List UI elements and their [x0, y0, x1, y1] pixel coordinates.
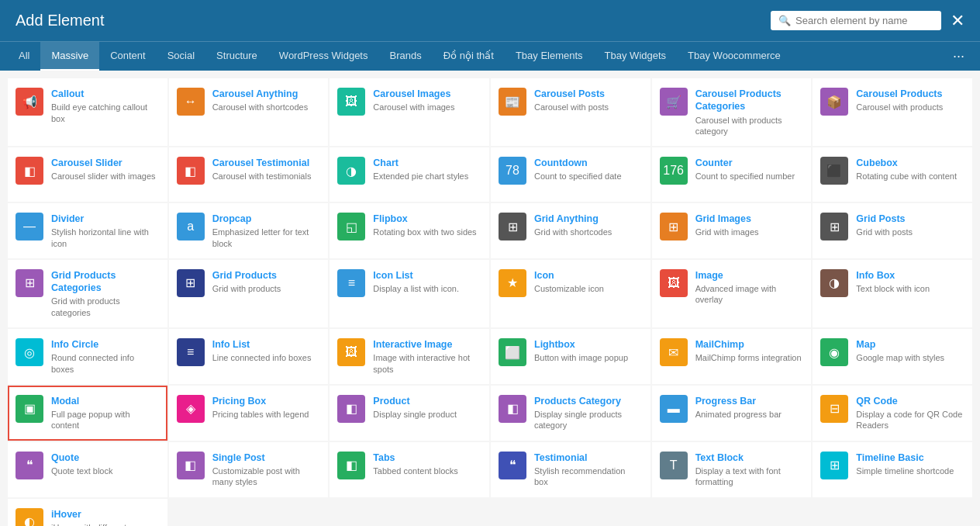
element-icon: ◧ [337, 452, 365, 479]
element-icon: 📢 [16, 88, 43, 116]
element-card-info-box[interactable]: ◑Info BoxText block with icon [813, 260, 972, 327]
modal-overlay: Add Element 🔍 ✕ All Massive Content Soci… [0, 0, 980, 526]
element-card-qr-code[interactable]: ⊟QR CodeDisplay a code for QR Code Reade… [813, 386, 972, 441]
element-card-callout[interactable]: 📢CalloutBuild eye catching callout box [8, 78, 167, 146]
element-desc: Stylish recommendation box [534, 465, 641, 488]
tab-tbay-elements[interactable]: Tbay Elements [505, 42, 594, 71]
element-info: Carousel ProductsCarousel with products [856, 88, 963, 113]
element-card-modal[interactable]: ▣ModalFull page popup with content [8, 386, 167, 441]
tab-content[interactable]: Content [99, 42, 157, 71]
element-name: Text Block [695, 452, 802, 464]
close-button[interactable]: ✕ [951, 12, 964, 29]
element-desc: Rotating box with two sides [373, 227, 480, 237]
element-card-grid-images[interactable]: ⊞Grid ImagesGrid with images [652, 203, 812, 258]
element-desc: iHover with different animations [51, 522, 158, 526]
element-info: IconCustomizable icon [534, 269, 641, 295]
element-info: Products CategoryDisplay single products… [534, 395, 641, 431]
element-icon: ❝ [499, 452, 526, 479]
element-card-info-circle[interactable]: ◎Info CircleRound connected info boxes [8, 329, 167, 384]
element-card-carousel-posts[interactable]: 📰Carousel PostsCarousel with posts [491, 78, 650, 146]
element-desc: Image with interactive hot spots [373, 352, 480, 375]
element-card-image[interactable]: 🖼ImageAdvanced image with overlay [652, 260, 812, 327]
element-card-carousel-slider[interactable]: ◧Carousel SliderCarousel slider with ima… [8, 147, 167, 202]
element-name: Chart [373, 157, 480, 169]
element-desc: Grid with posts [856, 227, 963, 237]
element-info: Carousel TestimonialCarousel with testim… [212, 157, 319, 182]
element-desc: Tabbed content blocks [373, 465, 480, 476]
element-name: Testimonial [534, 452, 641, 464]
content-area[interactable]: 📢CalloutBuild eye catching callout box↔C… [0, 71, 980, 526]
element-icon: 🖼 [337, 338, 365, 366]
element-info: Info ListLine connected info boxes [212, 338, 319, 364]
element-card-dropcap[interactable]: aDropcapEmphasized letter for text block [169, 203, 329, 258]
element-info: CalloutBuild eye catching callout box [51, 88, 158, 124]
element-info: CubeboxRotating cube with content [856, 157, 963, 182]
tab-tbay-woocommerce[interactable]: Tbay Woocommerce [677, 42, 792, 71]
element-card-countdown[interactable]: 78CountdownCount to specified date [491, 147, 650, 202]
element-card-product[interactable]: ◧ProductDisplay single product [330, 386, 489, 441]
element-card-cubebox[interactable]: ⬛CubeboxRotating cube with content [813, 147, 972, 202]
element-desc: Count to specified date [534, 171, 641, 182]
element-card-info-list[interactable]: ≡Info ListLine connected info boxes [169, 329, 329, 384]
element-card-grid-products[interactable]: ⊞Grid ProductsGrid with products [169, 260, 329, 327]
element-desc: Grid with shortcodes [534, 227, 641, 237]
element-name: Modal [51, 395, 158, 407]
tabs-bar: All Massive Content Social Structure Wor… [0, 41, 980, 71]
element-info: Carousel PostsCarousel with posts [534, 88, 641, 113]
element-card-pricing-box[interactable]: ◈Pricing BoxPricing tables with legend [169, 386, 329, 441]
element-card-carousel-anything[interactable]: ↔Carousel AnythingCarousel with shortcod… [169, 78, 329, 146]
element-card-carousel-images[interactable]: 🖼Carousel ImagesCarousel with images [330, 78, 489, 146]
search-icon: 🔍 [778, 15, 791, 26]
tab-social[interactable]: Social [157, 42, 205, 71]
element-info: Info CircleRound connected info boxes [51, 338, 158, 375]
element-name: Divider [51, 213, 158, 225]
tab-more[interactable]: ··· [945, 42, 972, 71]
tab-wp-widgets[interactable]: WordPress Widgets [268, 42, 379, 71]
element-info: Single PostCustomizable post with many s… [212, 452, 319, 488]
element-card-mailchimp[interactable]: ✉MailChimpMailChimp forms integration [652, 329, 812, 384]
element-card-products-category[interactable]: ◧Products CategoryDisplay single product… [491, 386, 650, 441]
element-desc: Simple timeline shortcode [856, 465, 963, 476]
search-box[interactable]: 🔍 [771, 11, 941, 30]
element-card-testimonial[interactable]: ❝TestimonialStylish recommendation box [491, 442, 650, 497]
element-icon: — [16, 213, 43, 241]
element-card-map[interactable]: ◉MapGoogle map with styles [813, 329, 972, 384]
element-card-quote[interactable]: ❝QuoteQuote text block [8, 442, 167, 497]
element-card-flipbox[interactable]: ◱FlipboxRotating box with two sides [330, 203, 489, 258]
element-card-carousel-products-categories[interactable]: 🛒Carousel Products CategoriesCarousel wi… [652, 78, 812, 146]
element-card-timeline-basic[interactable]: ⊞Timeline BasicSimple timeline shortcode [813, 442, 972, 497]
element-card-carousel-products[interactable]: 📦Carousel ProductsCarousel with products [813, 78, 972, 146]
tab-do-noi-that[interactable]: Đồ nội thất [433, 42, 505, 71]
element-desc: Customizable icon [534, 283, 641, 294]
tab-massive[interactable]: Massive [40, 42, 99, 71]
element-desc: Display a text with font formatting [695, 465, 802, 488]
element-card-ihover[interactable]: ◐iHoveriHover with different animations [8, 499, 167, 526]
tab-tbay-widgets[interactable]: Tbay Widgets [594, 42, 677, 71]
element-card-grid-posts[interactable]: ⊞Grid PostsGrid with posts [813, 203, 972, 258]
element-card-interactive-image[interactable]: 🖼Interactive ImageImage with interactive… [330, 329, 489, 384]
element-name: Callout [51, 88, 158, 100]
element-card-icon[interactable]: ★IconCustomizable icon [491, 260, 650, 327]
element-card-lightbox[interactable]: ⬜LightboxButton with image popup [491, 329, 650, 384]
element-card-grid-products-categories[interactable]: ⊞Grid Products CategoriesGrid with produ… [8, 260, 167, 327]
element-icon: 📰 [499, 88, 526, 116]
element-desc: Carousel with shortcodes [212, 102, 319, 112]
element-icon: ⊟ [820, 395, 848, 423]
element-info: Carousel Products CategoriesCarousel wit… [695, 88, 802, 137]
element-card-chart[interactable]: ◑ChartExtended pie chart styles [330, 147, 489, 202]
element-card-text-block[interactable]: TText BlockDisplay a text with font form… [652, 442, 812, 497]
element-card-counter[interactable]: 176CounterCount to specified number [652, 147, 812, 202]
element-card-icon-list[interactable]: ≡Icon ListDisplay a list with icon. [330, 260, 489, 327]
element-card-tabs[interactable]: ◧TabsTabbed content blocks [330, 442, 489, 497]
element-desc: Customizable post with many styles [212, 465, 319, 488]
tab-structure[interactable]: Structure [205, 42, 268, 71]
element-card-divider[interactable]: —DividerStylish horizontal line with ico… [8, 203, 167, 258]
tab-brands[interactable]: Brands [379, 42, 433, 71]
tab-all[interactable]: All [8, 42, 40, 71]
element-card-carousel-testimonial[interactable]: ◧Carousel TestimonialCarousel with testi… [169, 147, 329, 202]
search-input[interactable] [795, 15, 933, 26]
element-card-progress-bar[interactable]: ▬Progress BarAnimated progress bar [652, 386, 812, 441]
element-name: Carousel Images [373, 88, 480, 100]
element-card-grid-anything[interactable]: ⊞Grid AnythingGrid with shortcodes [491, 203, 650, 258]
element-card-single-post[interactable]: ◧Single PostCustomizable post with many … [169, 442, 329, 497]
